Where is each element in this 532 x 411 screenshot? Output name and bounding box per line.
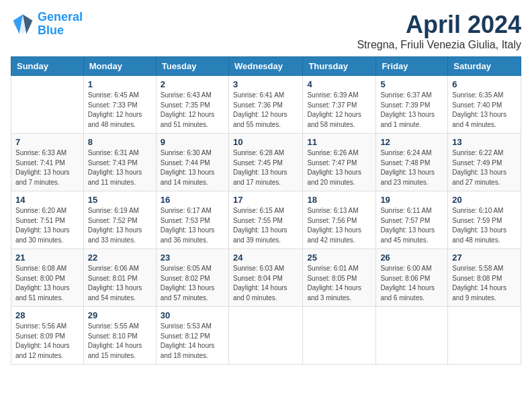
calendar-cell [448, 307, 521, 365]
calendar-cell: 21Sunrise: 6:08 AMSunset: 8:00 PMDayligh… [11, 249, 84, 307]
title-area: April 2024 Stregna, Friuli Venezia Giuli… [357, 11, 521, 51]
day-info: Sunrise: 6:43 AMSunset: 7:35 PMDaylight:… [161, 91, 224, 130]
calendar-cell: 14Sunrise: 6:20 AMSunset: 7:51 PMDayligh… [11, 191, 84, 249]
day-number: 2 [161, 79, 224, 89]
day-info: Sunrise: 6:26 AMSunset: 7:47 PMDaylight:… [307, 148, 371, 187]
day-number: 3 [233, 79, 298, 89]
calendar-cell: 18Sunrise: 6:13 AMSunset: 7:56 PMDayligh… [303, 191, 376, 249]
day-info: Sunrise: 6:20 AMSunset: 7:51 PMDaylight:… [15, 206, 79, 245]
day-number: 13 [452, 137, 517, 147]
calendar-week-row: 14Sunrise: 6:20 AMSunset: 7:51 PMDayligh… [11, 191, 521, 249]
day-number: 15 [88, 195, 152, 205]
calendar-cell [228, 307, 302, 365]
calendar-cell: 29Sunrise: 5:55 AMSunset: 8:10 PMDayligh… [83, 307, 156, 365]
calendar-week-row: 1Sunrise: 6:45 AMSunset: 7:33 PMDaylight… [11, 76, 521, 134]
calendar-cell: 15Sunrise: 6:19 AMSunset: 7:52 PMDayligh… [83, 191, 156, 249]
day-number: 11 [307, 137, 371, 147]
day-info: Sunrise: 5:53 AMSunset: 8:12 PMDaylight:… [161, 322, 224, 361]
day-info: Sunrise: 6:05 AMSunset: 8:02 PMDaylight:… [161, 264, 224, 303]
day-info: Sunrise: 6:08 AMSunset: 8:00 PMDaylight:… [15, 264, 79, 303]
calendar-cell: 4Sunrise: 6:39 AMSunset: 7:37 PMDaylight… [303, 76, 376, 134]
calendar-cell: 6Sunrise: 6:35 AMSunset: 7:40 PMDaylight… [448, 76, 521, 134]
location-subtitle: Stregna, Friuli Venezia Giulia, Italy [357, 39, 521, 51]
calendar-cell: 1Sunrise: 6:45 AMSunset: 7:33 PMDaylight… [83, 76, 156, 134]
calendar-cell: 10Sunrise: 6:28 AMSunset: 7:45 PMDayligh… [228, 134, 302, 191]
logo: GeneralBlue [11, 11, 83, 38]
month-title: April 2024 [357, 11, 521, 39]
day-number: 1 [88, 79, 152, 89]
day-info: Sunrise: 6:03 AMSunset: 8:04 PMDaylight:… [233, 264, 298, 303]
calendar-cell: 17Sunrise: 6:15 AMSunset: 7:55 PMDayligh… [228, 191, 302, 249]
calendar-cell: 27Sunrise: 5:58 AMSunset: 8:08 PMDayligh… [448, 249, 521, 307]
day-number: 5 [380, 79, 443, 89]
day-number: 22 [88, 253, 152, 263]
calendar-table: SundayMondayTuesdayWednesdayThursdayFrid… [11, 56, 521, 365]
day-info: Sunrise: 6:41 AMSunset: 7:36 PMDaylight:… [233, 91, 298, 130]
day-number: 25 [307, 253, 371, 263]
day-number: 29 [88, 310, 152, 320]
day-number: 9 [161, 137, 224, 147]
day-info: Sunrise: 5:56 AMSunset: 8:09 PMDaylight:… [15, 322, 79, 361]
day-number: 26 [380, 253, 443, 263]
calendar-cell [303, 307, 376, 365]
day-number: 23 [161, 253, 224, 263]
day-info: Sunrise: 6:24 AMSunset: 7:48 PMDaylight:… [380, 148, 443, 187]
calendar-header-row: SundayMondayTuesdayWednesdayThursdayFrid… [11, 57, 521, 76]
day-info: Sunrise: 5:58 AMSunset: 8:08 PMDaylight:… [452, 264, 517, 303]
calendar-cell: 24Sunrise: 6:03 AMSunset: 8:04 PMDayligh… [228, 249, 302, 307]
day-info: Sunrise: 6:00 AMSunset: 8:06 PMDaylight:… [380, 264, 443, 303]
calendar-cell: 28Sunrise: 5:56 AMSunset: 8:09 PMDayligh… [11, 307, 84, 365]
weekday-header-wednesday: Wednesday [228, 57, 302, 76]
day-number: 12 [380, 137, 443, 147]
weekday-header-saturday: Saturday [448, 57, 521, 76]
calendar-week-row: 7Sunrise: 6:33 AMSunset: 7:41 PMDaylight… [11, 134, 521, 191]
calendar-cell: 7Sunrise: 6:33 AMSunset: 7:41 PMDaylight… [11, 134, 84, 191]
day-info: Sunrise: 6:17 AMSunset: 7:53 PMDaylight:… [161, 206, 224, 245]
weekday-header-friday: Friday [376, 57, 448, 76]
calendar-cell [376, 307, 448, 365]
day-number: 20 [452, 195, 517, 205]
calendar-cell: 3Sunrise: 6:41 AMSunset: 7:36 PMDaylight… [228, 76, 302, 134]
day-info: Sunrise: 6:19 AMSunset: 7:52 PMDaylight:… [88, 206, 152, 245]
day-info: Sunrise: 6:15 AMSunset: 7:55 PMDaylight:… [233, 206, 298, 245]
day-number: 4 [307, 79, 371, 89]
day-info: Sunrise: 6:37 AMSunset: 7:39 PMDaylight:… [380, 91, 443, 130]
day-info: Sunrise: 6:22 AMSunset: 7:49 PMDaylight:… [452, 148, 517, 187]
weekday-header-monday: Monday [83, 57, 156, 76]
calendar-cell: 12Sunrise: 6:24 AMSunset: 7:48 PMDayligh… [376, 134, 448, 191]
calendar-cell: 19Sunrise: 6:11 AMSunset: 7:57 PMDayligh… [376, 191, 448, 249]
day-number: 21 [15, 253, 79, 263]
day-info: Sunrise: 6:39 AMSunset: 7:37 PMDaylight:… [307, 91, 371, 130]
weekday-header-thursday: Thursday [303, 57, 376, 76]
calendar-cell: 20Sunrise: 6:10 AMSunset: 7:59 PMDayligh… [448, 191, 521, 249]
day-number: 24 [233, 253, 298, 263]
day-info: Sunrise: 6:31 AMSunset: 7:43 PMDaylight:… [88, 148, 152, 187]
weekday-header-tuesday: Tuesday [156, 57, 228, 76]
day-info: Sunrise: 6:10 AMSunset: 7:59 PMDaylight:… [452, 206, 517, 245]
calendar-cell: 16Sunrise: 6:17 AMSunset: 7:53 PMDayligh… [156, 191, 228, 249]
day-info: Sunrise: 6:30 AMSunset: 7:44 PMDaylight:… [161, 148, 224, 187]
weekday-header-sunday: Sunday [11, 57, 84, 76]
logo-icon [11, 12, 35, 36]
day-number: 16 [161, 195, 224, 205]
day-info: Sunrise: 6:33 AMSunset: 7:41 PMDaylight:… [15, 148, 79, 187]
calendar-cell: 23Sunrise: 6:05 AMSunset: 8:02 PMDayligh… [156, 249, 228, 307]
day-info: Sunrise: 6:35 AMSunset: 7:40 PMDaylight:… [452, 91, 517, 130]
day-number: 30 [161, 310, 224, 320]
day-number: 7 [15, 137, 79, 147]
day-number: 19 [380, 195, 443, 205]
calendar-cell: 26Sunrise: 6:00 AMSunset: 8:06 PMDayligh… [376, 249, 448, 307]
calendar-cell [11, 76, 84, 134]
day-info: Sunrise: 6:28 AMSunset: 7:45 PMDaylight:… [233, 148, 298, 187]
calendar-cell: 13Sunrise: 6:22 AMSunset: 7:49 PMDayligh… [448, 134, 521, 191]
calendar-cell: 30Sunrise: 5:53 AMSunset: 8:12 PMDayligh… [156, 307, 228, 365]
calendar-week-row: 21Sunrise: 6:08 AMSunset: 8:00 PMDayligh… [11, 249, 521, 307]
logo-text: GeneralBlue [38, 11, 83, 38]
calendar-cell: 2Sunrise: 6:43 AMSunset: 7:35 PMDaylight… [156, 76, 228, 134]
day-number: 27 [452, 253, 517, 263]
day-number: 6 [452, 79, 517, 89]
calendar-cell: 5Sunrise: 6:37 AMSunset: 7:39 PMDaylight… [376, 76, 448, 134]
day-number: 28 [15, 310, 79, 320]
day-info: Sunrise: 6:45 AMSunset: 7:33 PMDaylight:… [88, 91, 152, 130]
day-info: Sunrise: 6:06 AMSunset: 8:01 PMDaylight:… [88, 264, 152, 303]
